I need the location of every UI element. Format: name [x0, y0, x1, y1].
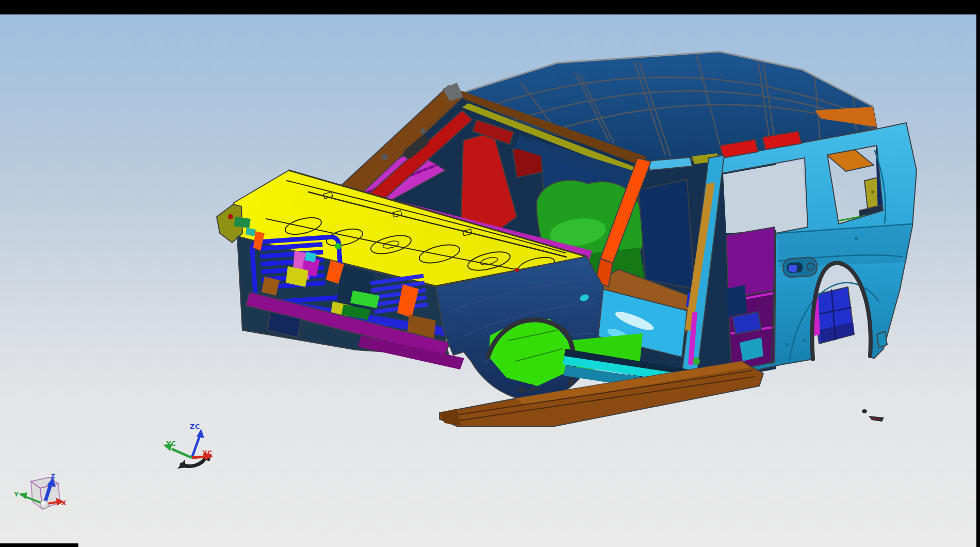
fender-red-fleck — [515, 268, 519, 272]
part-green-dot — [335, 243, 341, 249]
apillar-bolt — [382, 154, 388, 160]
cad-3d-viewport[interactable]: ZC YC XC Z Y X — [0, 0, 980, 547]
plate-hole — [871, 190, 874, 194]
right-frame-bar — [976, 0, 980, 547]
tip-red-dot — [228, 214, 233, 219]
part-navy-wedge[interactable] — [726, 285, 747, 317]
spot-dot — [855, 237, 858, 240]
bottom-left-frame-bar — [0, 543, 78, 547]
wcs-y-label: YC — [166, 440, 176, 447]
wcs-z-label: ZC — [190, 423, 200, 430]
view-y-label: Y — [13, 490, 19, 498]
fragment-red-line — [872, 419, 880, 419]
bpillar-green-bit — [693, 358, 700, 365]
view-origin-sphere[interactable] — [40, 501, 48, 509]
view-x-label: X — [61, 499, 67, 507]
wcs-x-label: XC — [202, 449, 213, 457]
door-handle-recess[interactable] — [782, 257, 818, 278]
spot-dot — [803, 339, 806, 342]
part-seatback-navy[interactable] — [639, 180, 694, 289]
view-z-label: Z — [51, 472, 56, 480]
spot-dot — [786, 343, 789, 346]
wcs-x-axis[interactable] — [192, 457, 205, 458]
fragment-dot[interactable] — [862, 409, 867, 413]
top-frame-bar — [0, 0, 980, 14]
apillar-bolt — [420, 128, 426, 134]
handle-lock[interactable] — [807, 263, 814, 270]
part-rear-tab[interactable] — [877, 331, 887, 348]
